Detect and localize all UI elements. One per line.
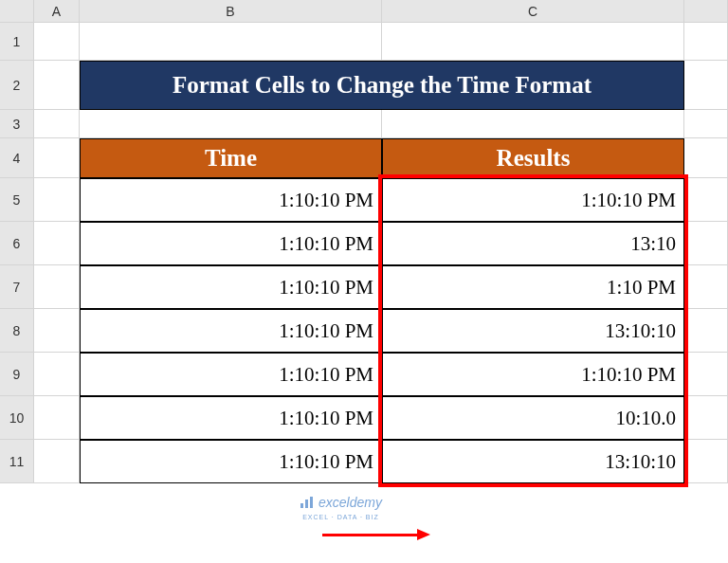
cell-time[interactable]: 1:10:10 PM	[80, 440, 382, 483]
cell-time[interactable]: 1:10:10 PM	[80, 309, 382, 353]
cell-d5[interactable]	[684, 178, 728, 222]
svg-rect-0	[300, 503, 303, 508]
row-header-4[interactable]: 4	[0, 138, 34, 178]
cell-c3[interactable]	[382, 110, 684, 138]
cell-result[interactable]: 1:10:10 PM	[382, 178, 684, 222]
cell-time[interactable]: 1:10:10 PM	[80, 396, 382, 440]
col-header-c[interactable]: C	[382, 0, 684, 23]
row-header-8[interactable]: 8	[0, 309, 34, 353]
cell-a6[interactable]	[34, 222, 80, 265]
cell-d3[interactable]	[684, 110, 728, 138]
cell-result[interactable]: 10:10.0	[382, 396, 684, 440]
cell-d11[interactable]	[684, 440, 728, 483]
cell-time[interactable]: 1:10:10 PM	[80, 178, 382, 222]
row-header-9[interactable]: 9	[0, 353, 34, 396]
row-header-1[interactable]: 1	[0, 23, 34, 61]
cell-d2[interactable]	[684, 61, 728, 110]
cell-b3[interactable]	[80, 110, 382, 138]
cell-result[interactable]: 1:10 PM	[382, 265, 684, 309]
cell-a2[interactable]	[34, 61, 80, 110]
cell-result[interactable]: 13:10:10	[382, 440, 684, 483]
select-all-corner[interactable]	[0, 0, 34, 23]
chart-icon	[300, 496, 315, 509]
cell-a8[interactable]	[34, 309, 80, 353]
cell-time[interactable]: 1:10:10 PM	[80, 265, 382, 309]
cell-d4[interactable]	[684, 138, 728, 178]
cell-a3[interactable]	[34, 110, 80, 138]
cell-d7[interactable]	[684, 265, 728, 309]
cell-a1[interactable]	[34, 23, 80, 61]
watermark: exceldemy EXCEL · DATA · BIZ	[300, 495, 382, 520]
cell-a9[interactable]	[34, 353, 80, 396]
cell-result[interactable]: 1:10:10 PM	[382, 353, 684, 396]
header-time[interactable]: Time	[80, 138, 382, 178]
col-header-b[interactable]: B	[80, 0, 382, 23]
row-header-5[interactable]: 5	[0, 178, 34, 222]
row-header-6[interactable]: 6	[0, 222, 34, 265]
row-header-3[interactable]: 3	[0, 110, 34, 138]
watermark-text: exceldemy	[318, 495, 382, 510]
arrow-head-icon	[417, 529, 430, 540]
col-header-a[interactable]: A	[34, 0, 80, 23]
watermark-sub: EXCEL · DATA · BIZ	[302, 514, 379, 520]
cell-d9[interactable]	[684, 353, 728, 396]
arrow-line	[322, 534, 417, 536]
row-header-2[interactable]: 2	[0, 61, 34, 110]
row-header-11[interactable]: 11	[0, 440, 34, 483]
cell-d8[interactable]	[684, 309, 728, 353]
cell-a7[interactable]	[34, 265, 80, 309]
cell-result[interactable]: 13:10	[382, 222, 684, 265]
table-title[interactable]: Format Cells to Change the Time Format	[80, 61, 684, 110]
cell-a4[interactable]	[34, 138, 80, 178]
svg-rect-2	[310, 497, 313, 508]
cell-d1[interactable]	[684, 23, 728, 61]
cell-a11[interactable]	[34, 440, 80, 483]
cell-c1[interactable]	[382, 23, 684, 61]
cell-a5[interactable]	[34, 178, 80, 222]
cell-a10[interactable]	[34, 396, 80, 440]
row-header-10[interactable]: 10	[0, 396, 34, 440]
cell-d6[interactable]	[684, 222, 728, 265]
cell-d10[interactable]	[684, 396, 728, 440]
row-header-7[interactable]: 7	[0, 265, 34, 309]
svg-rect-1	[305, 499, 308, 508]
col-header-next[interactable]	[684, 0, 728, 23]
cell-result[interactable]: 13:10:10	[382, 309, 684, 353]
cell-b1[interactable]	[80, 23, 382, 61]
spreadsheet-grid: A B C 1 2 3 4 5 6 7 8 9 10 11 Format Cel…	[0, 0, 728, 483]
cell-time[interactable]: 1:10:10 PM	[80, 353, 382, 396]
cell-time[interactable]: 1:10:10 PM	[80, 222, 382, 265]
header-results[interactable]: Results	[382, 138, 684, 178]
